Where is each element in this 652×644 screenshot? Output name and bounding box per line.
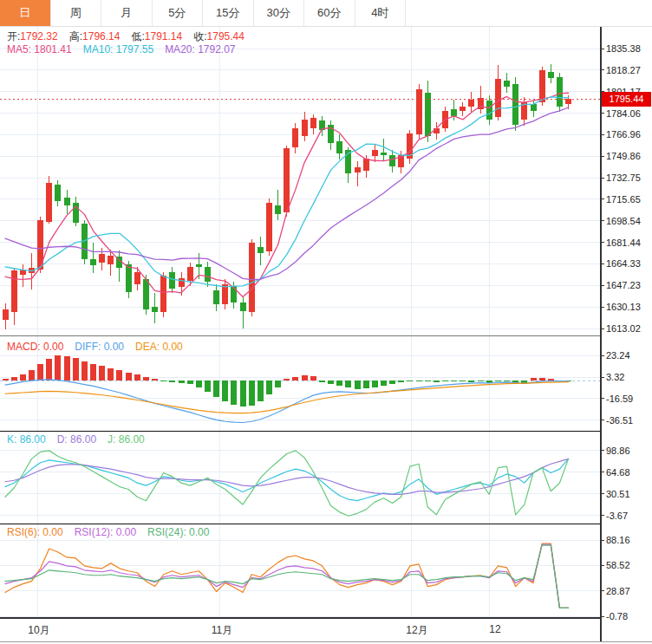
rsi-axis-label: 88.16 (606, 535, 630, 545)
tab-60分[interactable]: 60分 (304, 0, 355, 26)
rsi-axis-label: -0.78 (606, 611, 628, 621)
x-axis-label: 12 (489, 623, 500, 635)
timeframe-tabs: 日周月5分15分30分60分4时 (0, 0, 652, 27)
close-value: 1795.44 (207, 30, 244, 42)
ohlc-low: 低:1791.14 (131, 29, 182, 44)
kdj-axis-label: 30.51 (606, 489, 630, 499)
price-axis-label: 1835.38 (606, 43, 641, 54)
ohlc-high: 高:1796.14 (69, 29, 121, 44)
rsi24-value: RSI(24): 0.00 (147, 526, 209, 538)
tab-5分[interactable]: 5分 (153, 0, 204, 26)
kdj-axis-label: 98.86 (606, 446, 630, 456)
current-price-tag: 1795.44 (602, 92, 651, 107)
price-axis-label: 1647.23 (606, 280, 641, 290)
ma10-value: MA10: 1797.55 (83, 43, 153, 55)
price-axis-label: 1715.65 (606, 194, 641, 205)
price-axis-label: 1818.27 (606, 65, 641, 75)
x-axis-label: 11月 (212, 623, 232, 638)
price-axis-label: 1630.13 (606, 302, 641, 312)
macd-axis-label: 3.32 (606, 372, 624, 382)
tab-15分[interactable]: 15分 (203, 0, 254, 26)
j-value: J: 86.00 (108, 433, 145, 446)
rsi-axis-label: 28.87 (606, 586, 630, 596)
macd-value: MACD: 0.00 (7, 341, 63, 353)
x-axis-label: 12月 (406, 623, 427, 638)
dea-value: DEA: 0.00 (135, 341, 183, 353)
chart-svg[interactable] (0, 0, 652, 644)
d-value: D: 86.00 (57, 433, 96, 446)
low-label: 低: (131, 30, 144, 42)
price-axis-label: 1732.75 (606, 172, 641, 183)
tab-月[interactable]: 月 (101, 0, 153, 26)
ma20-value: MA20: 1792.07 (165, 43, 235, 55)
tab-4时[interactable]: 4时 (355, 0, 407, 26)
price-axis-label: 1664.33 (606, 258, 641, 269)
macd-legend: MACD: 0.00 DIFF: 0.00 DEA: 0.00 (7, 341, 183, 353)
price-axis-label: 1698.54 (606, 216, 641, 226)
ohlc-close: 收:1795.44 (193, 29, 244, 44)
price-axis-label: 1766.96 (606, 129, 641, 140)
price-axis-label: 1681.44 (606, 237, 641, 248)
ma5-value: MA5: 1801.41 (7, 43, 72, 55)
x-axis-label: 10月 (28, 623, 49, 638)
tab-周[interactable]: 周 (51, 0, 102, 26)
ma-legend: MA5: 1801.41 MA10: 1797.55 MA20: 1792.07 (7, 43, 236, 55)
kdj-axis-label: 64.68 (606, 467, 630, 478)
kdj-axis-label: -3.67 (606, 511, 628, 521)
price-axis-label: 1613.02 (606, 323, 641, 334)
tab-30分[interactable]: 30分 (254, 0, 305, 26)
open-label: 开: (7, 30, 20, 42)
kdj-legend: K: 86.00 D: 86.00 J: 86.00 (7, 433, 145, 446)
k-value: K: 86.00 (7, 433, 46, 446)
low-value: 1791.14 (145, 30, 182, 42)
open-value: 1792.32 (20, 30, 57, 42)
rsi-axis-label: 58.52 (606, 560, 630, 570)
tab-日[interactable]: 日 (0, 0, 51, 26)
diff-value: DIFF: 0.00 (75, 341, 124, 353)
price-axis-label: 1749.86 (606, 151, 641, 161)
macd-axis-label: 23.24 (606, 350, 630, 361)
rsi12-value: RSI(12): 0.00 (75, 526, 136, 538)
rsi6-value: RSI(6): 0.00 (7, 526, 63, 538)
ohlc-open: 开:1792.32 (7, 29, 58, 44)
high-label: 高: (69, 30, 82, 42)
ohlc-legend: 开:1792.32 高:1796.14 低:1791.14 收:1795.44 (7, 29, 244, 44)
macd-axis-label: -16.59 (606, 394, 633, 404)
rsi-legend: RSI(6): 0.00 RSI(12): 0.00 RSI(24): 0.00 (7, 526, 209, 538)
high-value: 1796.14 (82, 30, 120, 42)
price-axis-label: 1784.06 (606, 108, 641, 119)
close-label: 收: (193, 30, 206, 42)
macd-axis-label: -36.51 (606, 415, 633, 426)
